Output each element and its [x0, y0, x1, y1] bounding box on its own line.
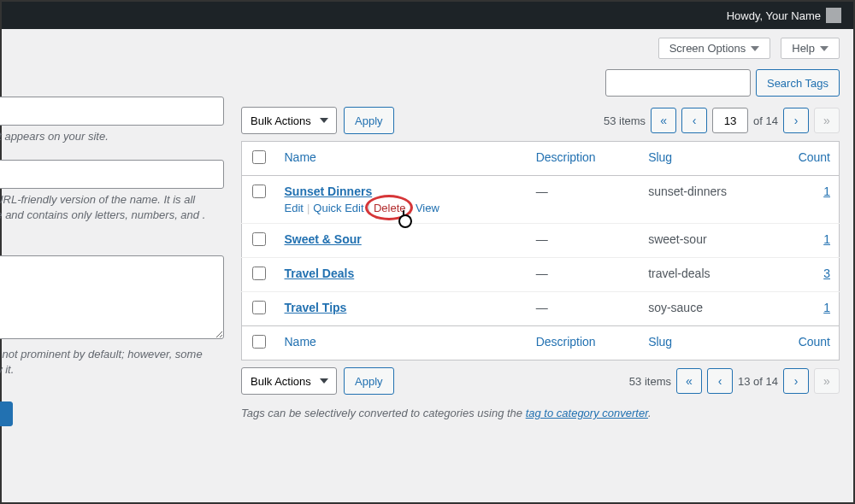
row-checkbox[interactable] [252, 301, 266, 314]
select-all-checkbox-bottom[interactable] [252, 335, 266, 349]
col-slug-foot[interactable]: Slug [640, 326, 779, 360]
table-row: Travel Deals—travel-deals3 [242, 258, 840, 292]
form-heading: ew Tag [0, 69, 224, 83]
prev-page-button[interactable]: ‹ [681, 108, 707, 133]
avatar[interactable] [826, 8, 841, 23]
tags-table: Name Description Slug Count Sunset Dinne… [241, 141, 840, 360]
add-new-tag-button[interactable]: ew Tag [0, 401, 13, 426]
quick-edit-link[interactable]: Quick Edit [313, 202, 363, 214]
col-name-foot[interactable]: Name [276, 326, 528, 360]
row-checkbox[interactable] [252, 185, 266, 198]
chevron-down-icon [820, 46, 828, 51]
description-cell: — [528, 258, 640, 292]
description-cell: — [528, 292, 640, 326]
name-description: e is how it appears on your site. [0, 129, 224, 144]
description-textarea[interactable] [0, 255, 224, 339]
col-description[interactable]: Description [528, 142, 640, 176]
view-link[interactable]: View [416, 202, 439, 214]
edit-link[interactable]: Edit [285, 202, 304, 214]
search-input[interactable] [605, 69, 751, 97]
delete-link[interactable]: Delete [374, 202, 406, 214]
tag-name-link[interactable]: Sweet & Sour [285, 232, 362, 246]
last-page-button-bottom: » [814, 368, 840, 394]
chevron-down-icon [751, 46, 759, 51]
last-page-button: » [814, 108, 840, 133]
name-input[interactable] [0, 97, 224, 126]
col-count[interactable]: Count [780, 142, 840, 176]
table-row: Sunset DinnersEdit|Quick Edit|Delete|Vie… [242, 176, 840, 224]
row-checkbox[interactable] [252, 267, 266, 280]
count-link[interactable]: 1 [823, 185, 830, 198]
count-link[interactable]: 1 [823, 232, 830, 246]
tag-name-link[interactable]: Travel Tips [285, 301, 347, 314]
page-total: of 14 [753, 114, 778, 127]
footnote: Tags can be selectively converted to cat… [241, 407, 840, 419]
col-count-foot[interactable]: Count [780, 326, 840, 360]
description-cell: — [528, 176, 640, 224]
item-count: 53 items [604, 114, 646, 127]
tag-to-category-link[interactable]: tag to category converter [526, 407, 648, 419]
add-new-tag-form: ew Tag e is how it appears on your site.… [0, 69, 224, 426]
bulk-actions-select-bottom[interactable]: Bulk Actions [241, 367, 337, 395]
apply-button-bottom[interactable]: Apply [344, 367, 394, 395]
next-page-button-bottom[interactable]: › [783, 368, 809, 394]
tag-name-link[interactable]: Travel Deals [285, 267, 355, 280]
row-checkbox[interactable] [252, 232, 266, 246]
select-all-checkbox-top[interactable] [252, 150, 266, 164]
first-page-button-bottom[interactable]: « [676, 368, 702, 394]
admin-bar: Howdy, Your Name [2, 2, 853, 29]
table-row: Travel Tips—soy-sauce1 [242, 292, 840, 326]
slug-cell: sweet-sour [640, 224, 779, 258]
help-button[interactable]: Help [781, 38, 840, 59]
slug-input[interactable] [0, 160, 224, 189]
page-status-bottom: 13 of 14 [738, 375, 778, 388]
slug-cell: travel-deals [640, 258, 779, 292]
tag-name-link[interactable]: Sunset Dinners [285, 185, 373, 198]
cursor-pointer-icon [398, 214, 413, 229]
table-row: Sweet & Sour—sweet-sour1 [242, 224, 840, 258]
count-link[interactable]: 1 [823, 301, 830, 314]
col-description-foot[interactable]: Description [528, 326, 640, 360]
next-page-button[interactable]: › [783, 108, 809, 133]
slug-cell: soy-sauce [640, 292, 779, 326]
item-count-bottom: 53 items [629, 375, 671, 388]
slug-description: g" is the URL-friendly version of the na… [0, 192, 224, 223]
col-name[interactable]: Name [276, 142, 528, 176]
slug-cell: sunset-dinners [640, 176, 779, 224]
screen-options-button[interactable]: Screen Options [658, 38, 771, 59]
col-slug[interactable]: Slug [640, 142, 779, 176]
count-link[interactable]: 3 [823, 267, 830, 280]
prev-page-button-bottom[interactable]: ‹ [707, 368, 733, 394]
row-actions: Edit|Quick Edit|Delete|View [285, 202, 519, 214]
search-tags-button[interactable]: Search Tags [756, 69, 840, 97]
first-page-button[interactable]: « [651, 108, 676, 133]
bulk-actions-select[interactable]: Bulk Actions [241, 107, 337, 134]
description-cell: — [528, 224, 640, 258]
description-help: cription is not prominent by default; ho… [0, 347, 224, 378]
description-label: tion [0, 239, 224, 252]
howdy-text[interactable]: Howdy, Your Name [727, 9, 821, 22]
current-page-input[interactable] [712, 108, 748, 133]
apply-button-top[interactable]: Apply [344, 107, 394, 134]
